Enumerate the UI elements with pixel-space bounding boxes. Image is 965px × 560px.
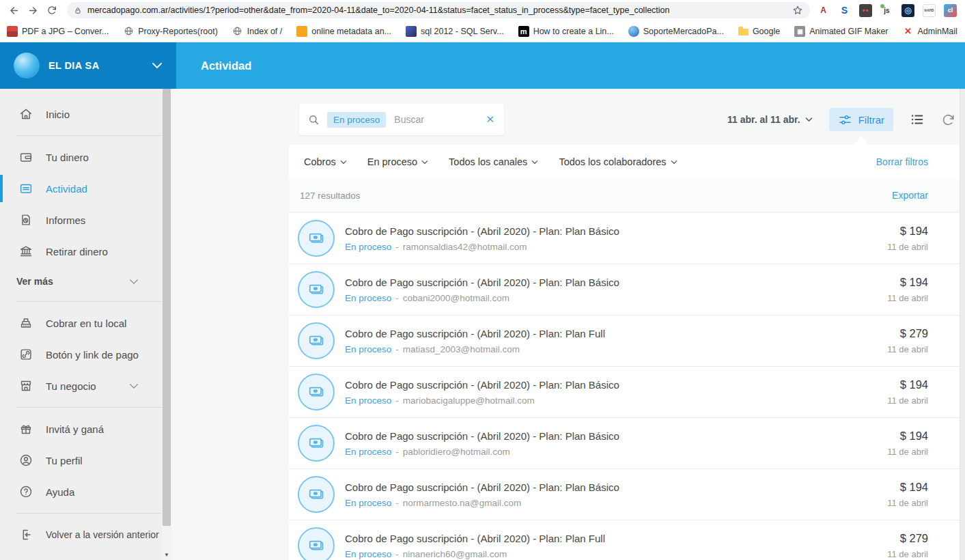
cl-extension-icon[interactable]: cl [944,4,957,17]
status-badge: En proceso [345,549,391,559]
sidebar-item-invita-y-gana[interactable]: Invitá y ganá [0,413,162,445]
chevron-down-icon [129,383,139,389]
bookmark-item[interactable]: ▣ Animated GIF Maker [794,26,888,37]
transaction-title: Cobro de Pago suscripción - (Abril 2020)… [345,533,605,544]
scrollbar-thumb[interactable] [163,89,171,526]
sidebar-item-ver-mas[interactable]: Ver más [0,267,162,296]
table-row[interactable]: Cobro de Pago suscripción - (Abril 2020)… [289,520,960,560]
sidebar-item-cobrar-en-tu-local[interactable]: Cobrar en tu local [0,307,162,339]
bookmark-item[interactable]: Proxy-Reportes(root) [123,26,218,37]
clear-search-icon[interactable]: ✕ [484,113,496,126]
transaction-amount: $ 194 [887,276,928,289]
sidebar-item-tu-dinero[interactable]: Tu dinero [0,141,162,173]
transaction-date: 11 de abril [887,395,928,406]
sidebar-item-volver-version-anterior[interactable]: Volver a la versión anterior [0,519,162,550]
sidebar-item-actividad[interactable]: Actividad [0,173,162,204]
search-box[interactable]: En proceso ✕ [299,104,504,135]
cash-register-icon [18,316,33,331]
scroll-down-arrow-icon[interactable]: ▼ [162,551,171,559]
page-scrollbar[interactable] [960,89,965,560]
bookmark-item[interactable]: Index of / [232,26,282,37]
globe-favicon [232,26,243,37]
filter-button[interactable]: Filtrar [829,108,893,131]
bookmark-item[interactable]: m How to create a Lin... [518,26,614,37]
search-filter-chip[interactable]: En proceso [327,112,386,128]
filter-dropdown-estado[interactable]: En proceso [367,156,428,167]
transaction-amount: $ 279 [887,327,928,340]
bookmark-item[interactable]: SoporteMercadoPa... [628,26,724,37]
search-input[interactable] [393,113,477,126]
medium-favicon: m [518,26,529,37]
back-icon[interactable] [4,1,23,19]
sidebar-item-retirar-dinero[interactable]: Retirar dinero [0,236,162,267]
export-link[interactable]: Exportar [892,190,928,201]
s-extension-icon[interactable]: S [838,4,851,17]
table-row[interactable]: Cobro de Pago suscripción - (Abril 2020)… [289,213,960,264]
filter-dropdown-operacion[interactable]: Cobros [304,156,347,167]
globe-favicon [123,26,134,37]
bookmark-label: AdminMail [918,27,957,36]
report-icon [18,212,33,227]
profile-icon [18,453,33,468]
chevron-down-icon [129,279,139,285]
filter-dropdown-colaboradores[interactable]: Todos los colaboradores [559,156,677,167]
table-row[interactable]: Cobro de Pago suscripción - (Abril 2020)… [289,469,960,520]
pdf-extension-icon[interactable]: A [817,4,830,17]
separator: - [395,293,399,303]
sidebar-item-inicio[interactable]: Inicio [0,98,162,130]
mask-extension-icon[interactable]: •• [859,4,872,17]
status-badge: En proceso [345,293,391,303]
bookmark-star-icon[interactable] [792,5,803,16]
bank-icon [18,244,33,259]
table-row[interactable]: Cobro de Pago suscripción - (Abril 2020)… [289,418,960,469]
bookmark-label: Index of / [247,27,282,36]
money-icon [298,476,335,513]
sidebar-item-label: Botón y link de pago [46,349,139,361]
transaction-title: Cobro de Pago suscripción - (Abril 2020)… [345,277,619,288]
filter-dropdown-canales[interactable]: Todos los canales [449,156,538,167]
sidebar-item-informes[interactable]: Informes [0,204,162,236]
refresh-icon[interactable] [941,113,955,127]
transaction-date: 11 de abril [887,293,928,303]
forward-icon[interactable] [23,1,42,19]
sidebar-item-ayuda[interactable]: Ayuda [0,476,162,507]
reload-icon[interactable] [42,1,61,19]
divider [16,407,162,408]
transaction-date: 11 de abril [887,242,928,252]
table-row[interactable]: Cobro de Pago suscripción - (Abril 2020)… [289,316,960,367]
sidebar-item-label: Tu negocio [46,380,96,392]
bookmark-folder[interactable]: Google [738,27,780,36]
sidebar-item-boton-link-de-pago[interactable]: Botón y link de pago [0,339,162,370]
store-icon [18,378,33,393]
transaction-title: Cobro de Pago suscripción - (Abril 2020)… [345,225,619,237]
table-row[interactable]: Cobro de Pago suscripción - (Abril 2020)… [289,264,960,316]
date-range-dropdown[interactable]: 11 abr. al 11 abr. [727,114,813,125]
business-switcher[interactable]: EL DIA SA [0,42,176,89]
bookmark-item[interactable]: PDF a JPG – Conver... [7,26,109,37]
chevron-down-icon [671,160,677,165]
topbar: Actividad [176,42,965,89]
bookmark-label: Google [753,27,780,36]
pdfjpg-favicon [7,26,18,37]
transaction-amount: $ 194 [887,481,928,494]
target-extension-icon[interactable]: ◎ [901,4,914,17]
payer-email: ramonsaldias42@hotmail.com [403,242,527,252]
sidebar-item-tu-perfil[interactable]: Tu perfil [0,445,162,476]
js-extension-icon[interactable]: js [880,4,893,17]
sidebar-item-tu-negocio[interactable]: Tu negocio [0,370,162,402]
table-row[interactable]: Cobro de Pago suscripción - (Abril 2020)… [289,367,960,418]
invid-extension-icon[interactable]: InVID [923,4,936,17]
bookmark-item[interactable]: ✕ AdminMail [903,26,957,37]
payer-email: cobani2000@hotmail.com [403,293,509,303]
bookmark-item[interactable]: sql 2012 - SQL Serv... [406,26,504,37]
bookmark-label: sql 2012 - SQL Serv... [421,27,504,36]
sidebar-item-label: Informes [46,214,85,226]
clear-filters-link[interactable]: Borrar filtros [876,156,928,167]
sidebar-scrollbar[interactable]: ▼ [162,89,171,560]
list-view-icon[interactable] [910,112,925,127]
address-bar[interactable]: mercadopago.com.ar/activities/1?period=o… [67,2,810,18]
activity-toolbar: En proceso ✕ 11 abr. al 11 abr. Filtrar [171,104,955,135]
bookmark-item[interactable]: online metadata an... [296,26,391,37]
bookmark-label: SoporteMercadoPa... [643,27,724,36]
sql-favicon [406,26,417,37]
